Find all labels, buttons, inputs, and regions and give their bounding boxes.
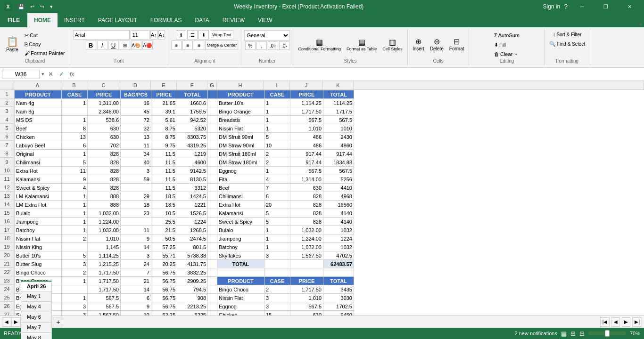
cell-25-g[interactable] xyxy=(208,294,217,302)
cell-4-f[interactable]: 942.52 xyxy=(177,116,208,124)
cell-22-k[interactable] xyxy=(323,268,354,277)
cell-18-d[interactable]: 9 xyxy=(121,234,151,243)
cell-23-f[interactable]: 2909.25 xyxy=(177,277,208,285)
table-row[interactable]: Chilimansi58284011.54600DM Straw 180ml29… xyxy=(15,158,354,167)
page-layout-icon[interactable]: ▤ xyxy=(561,330,567,337)
cell-20-g[interactable] xyxy=(208,251,217,260)
page-break-icon[interactable]: ⊞ xyxy=(570,330,576,337)
cell-4-h[interactable]: Breadstix xyxy=(217,116,264,124)
cell-19-g[interactable] xyxy=(208,243,217,251)
cell-4-k[interactable]: 567.5 xyxy=(323,116,354,124)
cell-3-k[interactable]: 1717.5 xyxy=(323,107,354,116)
cell-17-d[interactable]: 11 xyxy=(121,226,151,234)
cell-5-i[interactable]: 1 xyxy=(264,124,290,133)
cell-5-j[interactable]: 1,010 xyxy=(290,124,323,133)
col-header-c[interactable]: C xyxy=(87,81,120,89)
cell-22-c[interactable]: 1,717.50 xyxy=(88,268,121,277)
nav-last-sheet[interactable]: ▶| xyxy=(632,317,642,327)
cell-12-g[interactable] xyxy=(208,184,217,192)
cell-14-i[interactable]: 20 xyxy=(264,201,290,209)
cell-23-h[interactable]: PRODUCT xyxy=(217,277,264,285)
cell-15-d[interactable]: 23 xyxy=(121,209,151,218)
cell-22-j[interactable] xyxy=(290,268,323,277)
font-size-input[interactable] xyxy=(131,30,149,40)
table-row[interactable]: Sky Flakes31,567.501052.255225Chicken156… xyxy=(15,311,354,316)
cell-10-k[interactable]: 567.5 xyxy=(323,167,354,175)
col-header-f[interactable]: F xyxy=(177,81,207,89)
cell-22-f[interactable]: 3832.25 xyxy=(177,268,208,277)
cell-18-i[interactable]: 1 xyxy=(264,234,290,243)
cell-20-a[interactable]: Butter 10's xyxy=(15,251,62,260)
cell-18-a[interactable]: Nissin Flat xyxy=(15,234,62,243)
align-center-button[interactable]: ≡ xyxy=(182,40,193,50)
col-header-h[interactable]: H xyxy=(217,81,264,89)
cell-17-g[interactable] xyxy=(208,226,217,234)
wrap-text-button[interactable]: Wrap Text xyxy=(210,30,233,40)
cell-10-c[interactable]: 828 xyxy=(88,167,121,175)
cell-13-a[interactable]: LM Kalamansi xyxy=(15,192,62,201)
cell-15-b[interactable]: 1 xyxy=(62,209,88,218)
cell-16-c[interactable]: 1,224.00 xyxy=(88,218,121,226)
cell-14-g[interactable] xyxy=(208,201,217,209)
cell-26-k[interactable]: 1702.5 xyxy=(323,302,354,311)
cell-12-c[interactable]: 828 xyxy=(88,184,121,192)
number-format-select[interactable]: General Number Currency xyxy=(244,30,290,40)
cell-13-i[interactable]: 6 xyxy=(264,192,290,201)
cell-9-b[interactable]: 5 xyxy=(62,158,88,167)
cell-22-a[interactable]: Bingo Choco xyxy=(15,268,62,277)
close-button[interactable]: ✕ xyxy=(619,0,640,13)
cell-5-b[interactable]: 8 xyxy=(62,124,88,133)
cell-7-c[interactable]: 702 xyxy=(88,141,121,150)
cell-11-k[interactable]: 5256 xyxy=(323,175,354,184)
cell-13-e[interactable]: 18.5 xyxy=(151,192,177,201)
cell-8-h[interactable]: DM Sfruit 180ml xyxy=(217,150,264,158)
cell-21-c[interactable]: 1,215.25 xyxy=(88,260,121,268)
cell-15-i[interactable]: 5 xyxy=(264,209,290,218)
customize-qat-button[interactable]: ▾ xyxy=(48,3,55,11)
cell-15-j[interactable]: 828 xyxy=(290,209,323,218)
insert-button[interactable]: ⊕ Insert xyxy=(411,32,426,57)
cell-styles-button[interactable]: ▥ Cell Styles xyxy=(380,32,405,57)
cell-1-f[interactable]: TOTAL xyxy=(177,90,208,99)
cell-26-d[interactable]: 9 xyxy=(121,302,151,311)
cell-7-a[interactable]: Labuyo Beef xyxy=(15,141,62,150)
cell-13-g[interactable] xyxy=(208,192,217,201)
cell-24-g[interactable] xyxy=(208,285,217,294)
scroll-sheets-right[interactable]: ▶ xyxy=(11,317,21,327)
cell-17-a[interactable]: Batchoy xyxy=(15,226,62,234)
table-row[interactable]: Beef8630328.755320Nissin Flat11,0101010 xyxy=(15,124,354,133)
table-row[interactable]: MS DS1538.6725.61942.52Breadstix1567.556… xyxy=(15,116,354,124)
cell-15-c[interactable]: 1,032.00 xyxy=(88,209,121,218)
cell-10-b[interactable]: 11 xyxy=(62,167,88,175)
cell-3-i[interactable]: 1 xyxy=(264,107,290,116)
cell-5-f[interactable]: 5320 xyxy=(177,124,208,133)
cell-2-g[interactable] xyxy=(208,99,217,107)
col-header-d[interactable]: D xyxy=(120,81,151,89)
cell-19-k[interactable]: 1032 xyxy=(323,243,354,251)
cell-11-g[interactable] xyxy=(208,175,217,184)
cell-22-b[interactable]: 2 xyxy=(62,268,88,277)
cell-23-d[interactable]: 21 xyxy=(121,277,151,285)
cell-11-f[interactable]: 8130.5 xyxy=(177,175,208,184)
cell-17-j[interactable]: 1,032.00 xyxy=(290,226,323,234)
cell-11-e[interactable]: 11.5 xyxy=(151,175,177,184)
table-row[interactable]: Nissin Flat21,010950.52474.5Jiampong11,2… xyxy=(15,234,354,243)
cell-1-c[interactable]: PRICE xyxy=(88,90,121,99)
align-bottom-button[interactable]: ⬇ xyxy=(198,30,209,40)
cell-24-d[interactable]: 14 xyxy=(121,285,151,294)
cell-9-d[interactable]: 40 xyxy=(121,158,151,167)
cell-14-b[interactable]: 1 xyxy=(62,201,88,209)
formula-input[interactable] xyxy=(78,70,642,79)
insert-function-button[interactable]: fx xyxy=(68,71,76,78)
cell-27-k[interactable]: 9450 xyxy=(323,311,354,316)
cell-22-h[interactable] xyxy=(217,268,264,277)
grid-container[interactable]: 1234567891011121314151617181920212223242… xyxy=(0,90,644,315)
cell-14-c[interactable]: 888 xyxy=(88,201,121,209)
cell-4-a[interactable]: MS DS xyxy=(15,116,62,124)
cell-19-h[interactable]: Batchoy xyxy=(217,243,264,251)
cell-2-j[interactable]: 1,114.25 xyxy=(290,99,323,107)
format-as-table-button[interactable]: ▤ Format as Table xyxy=(345,32,379,57)
help-icon[interactable]: ? xyxy=(564,3,568,10)
table-row[interactable]: Jiampong11,224.0025.51224Sweet & Spicy58… xyxy=(15,218,354,226)
cell-16-g[interactable] xyxy=(208,218,217,226)
